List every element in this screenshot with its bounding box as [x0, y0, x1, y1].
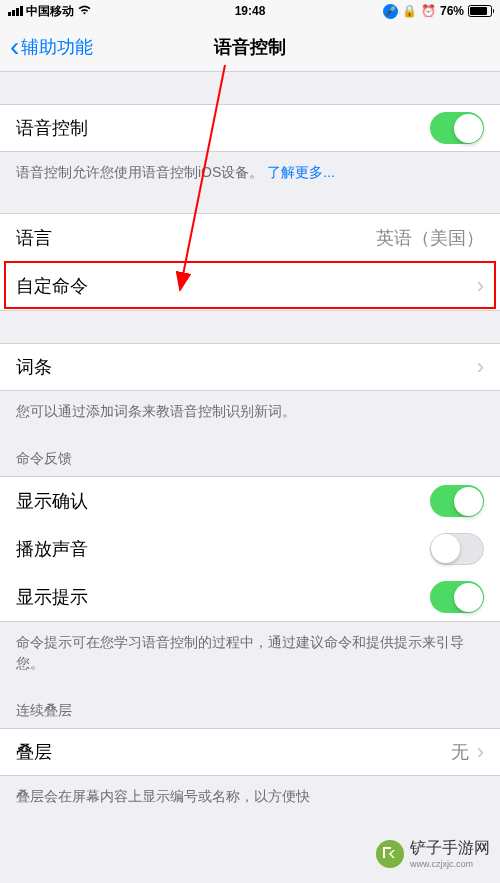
watermark-url: www.czjxjc.com — [410, 859, 490, 869]
voice-control-label: 语音控制 — [16, 116, 88, 140]
overlay-row[interactable]: 叠层 无 › — [0, 728, 500, 776]
play-sound-label: 播放声音 — [16, 537, 88, 561]
back-chevron-icon: ‹ — [10, 31, 19, 63]
carrier-label: 中国移动 — [26, 3, 74, 20]
back-label: 辅助功能 — [21, 35, 93, 59]
show-confirm-row[interactable]: 显示确认 — [0, 477, 500, 525]
overlay-footer: 叠层会在屏幕内容上显示编号或名称，以方便快 — [0, 776, 500, 817]
play-sound-row[interactable]: 播放声音 — [0, 525, 500, 573]
page-title: 语音控制 — [214, 35, 286, 59]
orientation-lock-icon: 🔒 — [402, 4, 417, 18]
watermark-text: 铲子手游网 — [410, 838, 490, 859]
chevron-right-icon: › — [477, 739, 484, 765]
show-confirm-label: 显示确认 — [16, 489, 88, 513]
feedback-footer: 命令提示可在您学习语音控制的过程中，通过建议命令和提供提示来引导您。 — [0, 622, 500, 684]
show-hints-label: 显示提示 — [16, 585, 88, 609]
language-label: 语言 — [16, 226, 52, 250]
voice-control-toggle[interactable] — [430, 112, 484, 144]
battery-icon — [468, 5, 492, 17]
language-value: 英语（美国） — [376, 226, 484, 250]
voice-control-toggle-row[interactable]: 语音控制 — [0, 104, 500, 152]
learn-more-link[interactable]: 了解更多... — [267, 164, 335, 180]
alarm-icon: ⏰ — [421, 4, 436, 18]
show-hints-toggle[interactable] — [430, 581, 484, 613]
chevron-right-icon: › — [477, 273, 484, 299]
vocabulary-row[interactable]: 词条 › — [0, 343, 500, 391]
voice-control-status-icon: 🎤 — [383, 4, 398, 19]
overlay-header: 连续叠层 — [0, 684, 500, 728]
overlay-label: 叠层 — [16, 740, 52, 764]
status-time: 19:48 — [235, 4, 266, 18]
vocabulary-footer: 您可以通过添加词条来教语音控制识别新词。 — [0, 391, 500, 432]
nav-bar: ‹ 辅助功能 语音控制 — [0, 22, 500, 72]
signal-icon — [8, 6, 23, 16]
back-button[interactable]: ‹ 辅助功能 — [10, 31, 93, 63]
battery-pct: 76% — [440, 4, 464, 18]
feedback-header: 命令反馈 — [0, 432, 500, 476]
watermark-logo-icon — [376, 840, 404, 868]
custom-commands-label: 自定命令 — [16, 274, 88, 298]
overlay-value: 无 — [451, 740, 469, 764]
show-confirm-toggle[interactable] — [430, 485, 484, 517]
status-right: 🎤 🔒 ⏰ 76% — [383, 4, 492, 19]
status-bar: 中国移动 19:48 🎤 🔒 ⏰ 76% — [0, 0, 500, 22]
wifi-icon — [77, 4, 92, 18]
chevron-right-icon: › — [477, 354, 484, 380]
status-left: 中国移动 — [8, 3, 92, 20]
language-row[interactable]: 语言 英语（美国） — [0, 214, 500, 262]
custom-commands-row[interactable]: 自定命令 › — [0, 262, 500, 310]
voice-control-footer: 语音控制允许您使用语音控制iOS设备。 了解更多... — [0, 152, 500, 193]
play-sound-toggle[interactable] — [430, 533, 484, 565]
vocabulary-label: 词条 — [16, 355, 52, 379]
watermark: 铲子手游网 www.czjxjc.com — [376, 838, 490, 869]
show-hints-row[interactable]: 显示提示 — [0, 573, 500, 621]
